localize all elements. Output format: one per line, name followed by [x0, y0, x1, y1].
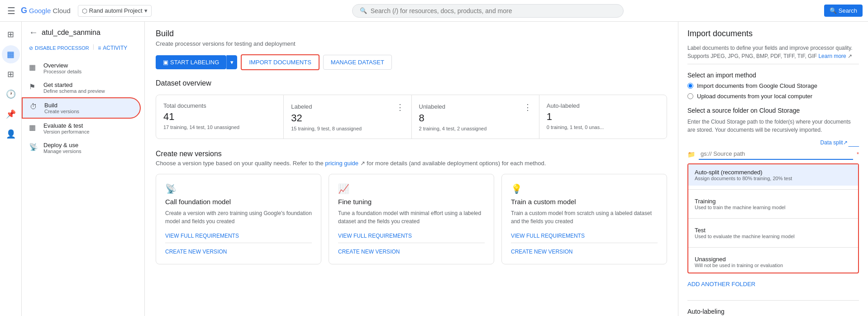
- build-title: Build: [156, 29, 667, 38]
- sidebar-item-evaluate[interactable]: ▦ Evaluate & test Version performance: [22, 119, 141, 138]
- rail-docs-icon[interactable]: ▦: [2, 45, 20, 63]
- learn-more-link[interactable]: Learn more: [818, 53, 846, 59]
- stat-total-value: 41: [163, 111, 276, 123]
- overview-sublabel: Processor details: [43, 69, 81, 74]
- fine-tuning-view-link[interactable]: VIEW FULL REQUIREMENTS: [338, 233, 485, 239]
- data-split-link[interactable]: Data split: [820, 139, 843, 147]
- add-folder-button[interactable]: ADD ANOTHER FOLDER: [687, 279, 755, 289]
- labeled-more-icon[interactable]: ⋮: [396, 102, 404, 112]
- project-name: Rand automl Project: [89, 7, 143, 14]
- split-unassigned-title: Unassigned: [695, 256, 852, 263]
- build-icon: ⏱: [30, 103, 39, 111]
- stat-auto-labeled-detail: 0 training, 1 test, 0 unas...: [547, 124, 659, 130]
- split-option-auto[interactable]: Auto-split (recommended) Assign document…: [688, 164, 858, 186]
- data-split-row: Data split ↗ ___: [687, 139, 859, 147]
- split-option-unassigned[interactable]: Unassigned Will not be used in training …: [688, 251, 858, 273]
- deploy-icon: 📡: [29, 143, 38, 151]
- split-option-test[interactable]: Test Used to evaluate the machine learni…: [688, 222, 858, 244]
- start-labeling-button[interactable]: ▣ START LABELING: [156, 55, 226, 69]
- start-labeling-label: START LABELING: [170, 59, 219, 66]
- rail-home-icon[interactable]: ⊞: [2, 25, 20, 43]
- deploy-sublabel: Manage versions: [43, 148, 81, 154]
- search-prefix-icon: 🔍: [360, 7, 367, 14]
- stat-unlabeled-detail: 2 training, 4 test, 2 unassigned: [419, 126, 532, 131]
- fine-tuning-create-link[interactable]: CREATE NEW VERSION: [338, 243, 485, 255]
- split-test-desc: Used to evaluate the machine learning mo…: [695, 234, 852, 239]
- stat-total-label: Total documents: [163, 102, 206, 109]
- custom-create-link[interactable]: CREATE NEW VERSION: [511, 243, 658, 255]
- activity-icon: ≡: [98, 45, 101, 51]
- create-sub-text2: ↗: [360, 160, 365, 167]
- overview-text: Overview Processor details: [43, 62, 81, 74]
- build-label: Build: [44, 102, 79, 109]
- deploy-label: Deploy & use: [43, 142, 81, 148]
- panel-desc-text: Label documents to define your fields an…: [687, 45, 853, 51]
- gs-input-row: 📁 *: [687, 148, 859, 160]
- custom-view-link[interactable]: VIEW FULL REQUIREMENTS: [511, 233, 658, 239]
- gs-path-input[interactable]: [699, 148, 853, 160]
- sidebar-item-overview[interactable]: ▦ Overview Processor details: [22, 58, 141, 78]
- get-started-sublabel: Define schema and preview: [43, 88, 105, 94]
- divider-2: [687, 300, 859, 301]
- data-split-underline: ___: [849, 139, 859, 147]
- data-split-dropdown: Auto-split (recommended) Assign document…: [687, 163, 859, 273]
- foundation-view-link[interactable]: VIEW FULL REQUIREMENTS: [165, 233, 312, 239]
- unlabeled-more-icon[interactable]: ⋮: [524, 102, 532, 112]
- panel-description: Label documents to define your fields an…: [687, 44, 859, 60]
- radio-gcs-input[interactable]: [687, 83, 693, 89]
- radio-local-label: Upload documents from your local compute…: [697, 93, 812, 100]
- radio-local-input[interactable]: [687, 93, 693, 99]
- get-started-text: Get started Define schema and preview: [43, 81, 105, 94]
- logo: G Google Cloud: [21, 6, 71, 15]
- deploy-text: Deploy & use Manage versions: [43, 142, 81, 154]
- label-icon: ▣: [163, 59, 168, 66]
- source-folder-desc: Enter the Cloud Storage path to the fold…: [687, 118, 859, 134]
- stat-labeled-header: Labeled ⋮: [291, 102, 404, 112]
- rail-user-icon[interactable]: 👤: [2, 125, 20, 143]
- right-panel: Import documents Label documents to defi…: [678, 22, 868, 316]
- fine-tuning-icon: 📈: [338, 183, 485, 194]
- rail-grid-icon[interactable]: ⊞: [2, 65, 20, 83]
- sidebar-item-deploy[interactable]: 📡 Deploy & use Manage versions: [22, 138, 141, 158]
- stat-labeled-value: 32: [291, 112, 404, 124]
- rail-clock-icon[interactable]: 🕐: [2, 85, 20, 103]
- version-card-fine-tuning: 📈 Fine tuning Tune a foundation model wi…: [329, 174, 494, 264]
- radio-gcs[interactable]: Import documents from Google Cloud Stora…: [687, 82, 859, 89]
- auto-labeling-section: Auto-labeling Get a head start on labeli…: [687, 308, 859, 316]
- search-input[interactable]: [371, 7, 616, 14]
- split-option-training[interactable]: Training Used to train the machine learn…: [688, 193, 858, 215]
- menu-icon[interactable]: ☰: [5, 4, 17, 18]
- external-link-icon: ↗: [848, 53, 852, 59]
- stat-unlabeled-value: 8: [419, 112, 532, 124]
- activity-button[interactable]: ≡ ACTIVITY: [98, 43, 127, 53]
- split-divider-3: [688, 247, 858, 248]
- radio-local[interactable]: Upload documents from your local compute…: [687, 93, 859, 100]
- sidebar-item-build[interactable]: ⏱ Build Create versions: [22, 97, 141, 119]
- divider-1: [687, 64, 859, 64]
- disable-processor-button[interactable]: ⊘ DISABLE PROCESSOR: [29, 43, 89, 53]
- disable-label: DISABLE PROCESSOR: [35, 45, 89, 51]
- get-started-icon: ⚑: [29, 82, 38, 91]
- foundation-icon: 📡: [165, 183, 312, 194]
- stat-total-header: Total documents: [163, 102, 276, 111]
- processor-name: atul_cde_sanmina: [42, 29, 100, 37]
- manage-dataset-button[interactable]: MANAGE DATASET: [323, 55, 392, 70]
- import-documents-button[interactable]: IMPORT DOCUMENTS: [241, 54, 319, 70]
- sidebar-item-get-started[interactable]: ⚑ Get started Define schema and preview: [22, 78, 141, 97]
- split-training-desc: Used to train the machine learning model: [695, 205, 852, 210]
- evaluate-label: Evaluate & test: [43, 122, 90, 129]
- stat-labeled: Labeled ⋮ 32 15 training, 9 test, 8 unas…: [284, 95, 411, 139]
- foundation-create-link[interactable]: CREATE NEW VERSION: [165, 243, 312, 255]
- cloud-label: Cloud: [53, 7, 71, 14]
- project-selector[interactable]: ⬡ Rand automl Project ▾: [78, 5, 152, 17]
- rail-pin-icon[interactable]: 📌: [2, 105, 20, 123]
- back-button[interactable]: ←: [29, 27, 38, 38]
- pricing-guide-link[interactable]: pricing guide: [325, 160, 358, 167]
- overview-icon: ▦: [29, 63, 38, 72]
- start-labeling-dropdown[interactable]: ▾: [226, 55, 237, 69]
- create-versions-subtitle: Choose a version type based on your qual…: [156, 160, 667, 167]
- stat-total-detail: 17 training, 14 test, 10 unassigned: [163, 124, 276, 130]
- fine-tuning-desc: Tune a foundation model with minimal eff…: [338, 209, 485, 225]
- custom-title: Train a custom model: [511, 198, 658, 206]
- search-button[interactable]: 🔍 Search: [824, 5, 863, 17]
